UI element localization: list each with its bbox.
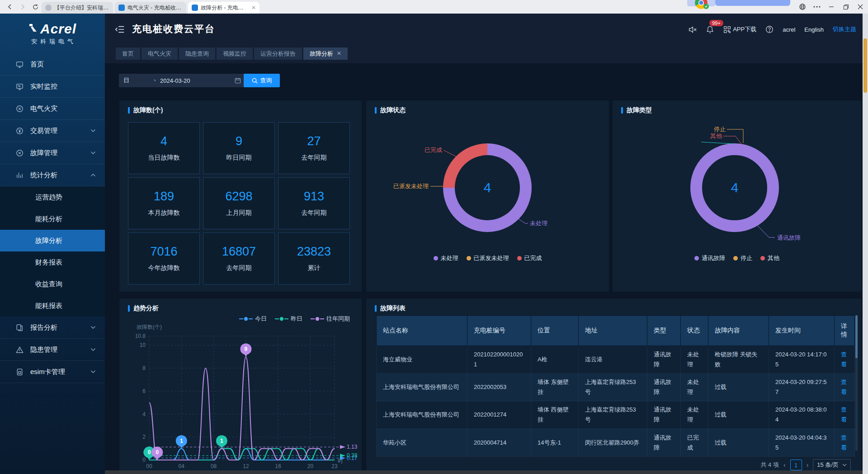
username[interactable]: acrel [783,26,795,33]
sidebar-item-home[interactable]: 首页 [0,53,105,76]
svg-text:0: 0 [142,457,146,463]
table-cell: 上海安科瑞电气股份有限公司 [377,401,467,429]
table-cell: 通讯故障 [647,346,681,374]
date-input[interactable]: 2024-03-20 [156,74,245,87]
window-close-icon[interactable] [853,0,868,14]
browser-back-icon[interactable] [5,1,15,12]
page-tab-2[interactable]: 隐患查询 [179,47,215,60]
browser-menu-icon[interactable] [809,0,825,14]
browser-tab[interactable]: 【平台介绍】安科瑞AcrelCloud-9 [42,2,113,14]
sidebar-item-label: 报告分析 [30,323,57,332]
page-tab-5[interactable]: 故障分析✕ [303,47,348,60]
sidebar-item-stats[interactable]: 统计分析 [0,164,105,186]
stat-value: 7016 [150,245,177,259]
browser-tab[interactable]: 电气火灾 - 充电桩收费云平台 [115,2,186,14]
page-tab-3[interactable]: 视频监控 [217,47,253,60]
browser-tab[interactable]: 故障分析 - 充电桩收费云平台✕ [188,2,259,14]
svg-text:9: 9 [245,346,248,352]
content: 日 2024-03-20 查询 故障数(个) 4当日故障数9昨日同期27去年同期… [105,63,863,474]
language-switch[interactable]: English [804,26,824,33]
browser-profile-icon[interactable] [694,0,710,11]
legend-item[interactable]: 已派发未处理 [467,254,509,262]
svg-text:2: 2 [142,434,146,440]
notifications-bell-icon[interactable]: 99+ [706,25,714,34]
legend-item[interactable]: 停止 [733,254,752,262]
browser-globe-icon[interactable] [795,0,810,14]
sidebar-subitem-1[interactable]: 能耗分析 [0,208,105,230]
sidebar-submenu: 运营趋势能耗分析故障分析财务报表收益查询能耗报表 [0,186,105,317]
sidebar-subitem-4[interactable]: 收益查询 [0,273,105,295]
table-cell: 上海嘉定育绿路253号 [579,401,647,429]
view-detail-link[interactable]: 查看 [841,351,847,368]
stat-value: 189 [154,190,174,204]
stat-label: 去年同期 [226,264,252,272]
svg-text:10.8: 10.8 [135,333,146,339]
browser-refresh-icon[interactable] [30,1,41,12]
page-size-select[interactable]: 15 条/页 [813,459,851,471]
page-tab-1[interactable]: 电气火灾 [142,47,178,60]
sidebar-collapse-icon[interactable] [115,24,125,34]
page-scrollbar[interactable] [863,14,868,474]
table-cell: 2024-03-20 14:17:05 [769,346,835,374]
sidebar-item-hazard[interactable]: 隐患管理 [0,339,105,361]
sidebar-subitem-2[interactable]: 故障分析 [0,230,105,251]
legend-item[interactable]: 通讯故障 [694,254,725,262]
page-tab-0[interactable]: 首页 [116,47,140,60]
legend-item[interactable]: 未处理 [434,254,458,262]
sidebar-subitem-3[interactable]: 财务报表 [0,251,105,273]
page-tabbar: 首页电气火灾隐患查询视频监控运营分析报告故障分析✕ [105,45,863,64]
brand-logo-text: Acrel [40,21,76,37]
table-row: 上海安科瑞电气股份有限公司2022002053墙体 东侧壁挂上海嘉定育绿路253… [377,374,855,401]
tab-close-icon[interactable]: ✕ [251,5,256,11]
query-button[interactable]: 查询 [244,74,280,87]
app-download-button[interactable]: APP下载 [723,25,756,33]
sidebar-subitem-0[interactable]: 运营趋势 [0,186,105,208]
help-icon[interactable] [765,25,774,33]
window-minimize-icon[interactable] [824,0,839,14]
page-number[interactable]: 1 [790,460,802,470]
sidebar-item-fire[interactable]: 电气火灾 [0,98,105,120]
svg-text:其他: 其他 [710,133,722,139]
sidebar-subitem-5[interactable]: 能耗报表 [0,295,105,317]
fault-status-donut-chart: 已完成已派发未处理未处理4 [366,100,609,254]
calendar-icon [235,77,241,84]
theme-switch-link[interactable]: 切换主题 [833,25,856,33]
legend-item[interactable]: 已完成 [517,254,542,262]
window-restore-icon[interactable] [838,0,854,14]
browser-forward-icon[interactable] [17,1,28,12]
sidebar-nav: 首页实时监控电气火灾交易管理故障管理统计分析运营趋势能耗分析故障分析财务报表收益… [0,53,105,383]
svg-text:停止: 停止 [714,126,726,133]
prev-page-button[interactable]: ‹ [783,461,786,469]
svg-text:4: 4 [142,411,146,417]
table-scrollbar[interactable] [855,315,858,451]
view-detail-link[interactable]: 查看 [841,406,847,423]
page-tab-label: 电气火灾 [148,47,171,60]
view-detail-link[interactable]: 查看 [841,379,847,395]
table-cell: 墙体 西侧壁挂 [531,401,579,429]
legend-label: 已派发未处理 [474,254,509,262]
svg-text:20: 20 [307,463,314,469]
chevron-down-icon [842,464,847,466]
stat-value: 4 [160,134,167,148]
notification-badge: 99+ [709,20,723,26]
tab-title: 故障分析 - 充电桩收费云平台 [201,4,249,12]
stat-value: 6298 [225,190,252,204]
tab-favicon [118,5,125,11]
page-tab-4[interactable]: 运营分析报告 [254,47,302,60]
sidebar-item-monitor[interactable]: 实时监控 [0,76,105,98]
chevron-down-icon [90,151,96,155]
sidebar-item-report[interactable]: 报告分析 [0,317,105,339]
sidebar-item-sim[interactable]: esim卡管理 [0,361,105,383]
tab-close-icon[interactable]: ✕ [337,47,341,60]
fault-count-panel: 故障数(个) 4当日故障数9昨日同期27去年同期189本月故障数6298上月同期… [119,100,362,292]
view-detail-link[interactable]: 查看 [841,434,847,451]
sim-icon [15,368,24,376]
chevron-down-icon [90,326,96,329]
sidebar-item-trade[interactable]: 交易管理 [0,120,105,142]
sidebar-item-fault[interactable]: 故障管理 [0,142,105,164]
page-scrollbar-thumb[interactable] [863,38,867,93]
svg-text:12: 12 [243,463,249,469]
legend-item[interactable]: 其他 [760,254,779,262]
speaker-mute-icon[interactable] [688,25,697,34]
next-page-button[interactable]: › [807,461,809,469]
